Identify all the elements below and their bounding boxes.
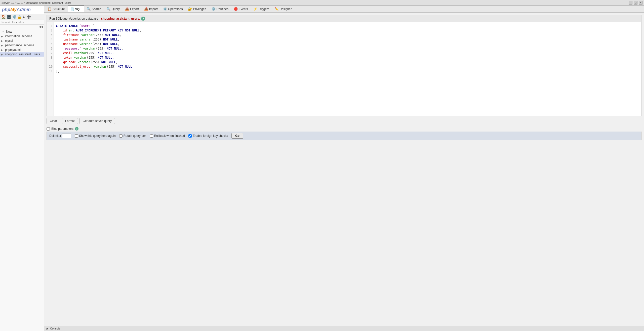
delimiter-label: Delimiter [49, 134, 61, 138]
rollback-checkbox[interactable] [150, 134, 153, 138]
settings-icon[interactable]: ⚙️ [12, 15, 16, 19]
sidebar: phpMyAdmin 🏠 🗄️ ⚙️ 🔒 ↻ ➕ Recent Favorite… [0, 6, 44, 331]
console-icon: ▶ [47, 327, 49, 330]
show-query-label: Show this query here again [79, 134, 115, 138]
sidebar-item-information-schema-label: information_schema [5, 34, 32, 38]
tab-query[interactable]: 🔍 Query [104, 6, 123, 12]
retain-query-label: Retain query box [124, 134, 146, 138]
search-icon: 🔍 [87, 7, 91, 11]
rollback-group: Rollback when finished [150, 134, 185, 138]
tab-import[interactable]: 📥 Import [142, 6, 160, 12]
console-bar[interactable]: ▶ Console [44, 326, 644, 331]
tab-designer[interactable]: ✏️ Designer [272, 6, 294, 12]
sidebar-item-performance-schema[interactable]: ▶ performance_schema [0, 43, 44, 48]
logo-admin: Admin [17, 7, 31, 12]
tab-search[interactable]: 🔍 Search [84, 6, 104, 12]
tab-export[interactable]: 📤 Export [123, 6, 142, 12]
expand-icon: ▶ [1, 53, 5, 56]
add-icon[interactable]: ➕ [27, 15, 31, 19]
tab-designer-label: Designer [279, 7, 292, 11]
tab-sql[interactable]: 🗒️ SQL [68, 6, 84, 12]
sql-icon: 🗒️ [70, 7, 74, 11]
tab-routines[interactable]: ⚙️ Routines [209, 6, 231, 12]
titlebar: Server: 127.0.0.1 > Database: shopping_a… [0, 0, 644, 6]
expand-icon: ▶ [1, 39, 5, 42]
logo-my: My [10, 7, 17, 12]
delimiter-group: Delimiter [49, 134, 71, 138]
recent-favorites-bar: Recent Favorites [0, 20, 44, 25]
sql-header-prefix: Run SQL query/queries on database [49, 17, 98, 20]
recent-link[interactable]: Recent [2, 21, 10, 24]
app-layout: phpMyAdmin 🏠 🗄️ ⚙️ 🔒 ↻ ➕ Recent Favorite… [0, 6, 644, 331]
console-label: Console [50, 327, 60, 330]
retain-query-checkbox[interactable] [119, 134, 123, 138]
close-button[interactable]: ✕ [639, 1, 642, 5]
sidebar-collapse-btn[interactable]: ◀◀ [0, 25, 44, 29]
tab-privileges[interactable]: 🔐 Privileges [185, 6, 209, 12]
tab-triggers[interactable]: ⚡ Triggers [251, 6, 272, 12]
sql-editor-wrapper: 1234567891011 CREATE TABLE `users`( id i… [47, 22, 641, 116]
top-nav: 📋 Structure 🗒️ SQL 🔍 Search 🔍 Query 📤 Ex… [44, 6, 644, 13]
tab-privileges-label: Privileges [193, 7, 206, 11]
tab-operations[interactable]: ⚙️ Operations [160, 6, 186, 12]
triggers-icon: ⚡ [253, 7, 257, 11]
tab-query-label: Query [111, 7, 120, 11]
tab-import-label: Import [149, 7, 158, 11]
sidebar-item-shopping-assistant-users[interactable]: ▶ shopping_assistant_users [0, 52, 44, 57]
sidebar-item-information-schema[interactable]: ▶ information_schema [0, 34, 44, 38]
content-area: Run SQL query/queries on database shoppi… [44, 13, 644, 331]
structure-icon: 📋 [48, 7, 52, 11]
rollback-label: Rollback when finished [154, 134, 185, 138]
import-icon: 📥 [144, 7, 148, 11]
sidebar-item-performance-schema-label: performance_schema [5, 44, 34, 47]
bind-params-row: Bind parameters ? [47, 126, 641, 132]
sql-query-header: Run SQL query/queries on database shoppi… [47, 15, 641, 22]
format-button[interactable]: Format [62, 118, 78, 124]
options-bar: Delimiter Show this query here again Ret… [47, 132, 641, 140]
logo: phpMyAdmin [0, 6, 44, 14]
show-query-group: Show this query here again [75, 134, 115, 138]
sidebar-item-new-label: New [6, 30, 12, 33]
bind-params-help-icon[interactable]: ? [75, 127, 78, 131]
sql-code-editor[interactable]: CREATE TABLE `users`( id int AUTO_INCREM… [54, 22, 641, 116]
delimiter-input[interactable] [62, 134, 71, 138]
info-icon[interactable]: ? [141, 17, 145, 21]
home-icon[interactable]: 🏠 [2, 15, 6, 19]
tab-structure[interactable]: 📋 Structure [45, 6, 68, 12]
clear-button[interactable]: Clear [47, 118, 60, 124]
foreign-key-checkbox[interactable] [188, 134, 192, 138]
expand-icon: ▶ [1, 35, 5, 38]
export-icon: 📤 [125, 7, 129, 11]
privileges-icon: 🔐 [188, 7, 192, 11]
sidebar-item-phpmyadmin-label: phpmyadmin [5, 48, 22, 52]
tab-triggers-label: Triggers [258, 7, 269, 11]
line-numbers: 1234567891011 [47, 22, 54, 116]
show-query-checkbox[interactable] [75, 134, 78, 138]
query-icon: 🔍 [106, 7, 110, 11]
sidebar-tree: ✦ New ▶ information_schema ▶ mysql ▶ per… [0, 29, 44, 331]
sidebar-item-phpmyadmin[interactable]: ▶ phpmyadmin [0, 48, 44, 52]
bind-params-checkbox[interactable] [47, 127, 50, 131]
tab-events[interactable]: 🔴 Events [231, 6, 251, 12]
favorites-link[interactable]: Favorites [12, 21, 24, 24]
tab-operations-label: Operations [168, 7, 183, 11]
database-icon[interactable]: 🗄️ [7, 15, 11, 19]
designer-icon: ✏️ [274, 7, 278, 11]
sidebar-item-shopping-assistant-users-label: shopping_assistant_users [5, 53, 40, 56]
maximize-button[interactable]: □ [634, 1, 637, 5]
sidebar-item-mysql[interactable]: ▶ mysql [0, 38, 44, 43]
sidebar-icons-bar: 🏠 🗄️ ⚙️ 🔒 ↻ ➕ [0, 14, 44, 20]
bind-params-label: Bind parameters [51, 127, 73, 131]
refresh-icon[interactable]: ↻ [23, 15, 26, 19]
new-icon: ✦ [2, 30, 6, 33]
get-autosaved-button[interactable]: Get auto-saved query [79, 118, 115, 124]
tab-structure-label: Structure [53, 7, 65, 11]
go-button[interactable]: Go [231, 133, 243, 139]
tab-export-label: Export [130, 7, 139, 11]
sidebar-item-mysql-label: mysql [5, 39, 13, 43]
expand-icon: ▶ [1, 44, 5, 47]
titlebar-text: Server: 127.0.0.1 > Database: shopping_a… [2, 1, 71, 4]
minimize-button[interactable]: — [629, 1, 632, 5]
sidebar-item-new[interactable]: ✦ New [0, 29, 44, 34]
lock-icon[interactable]: 🔒 [17, 15, 22, 19]
